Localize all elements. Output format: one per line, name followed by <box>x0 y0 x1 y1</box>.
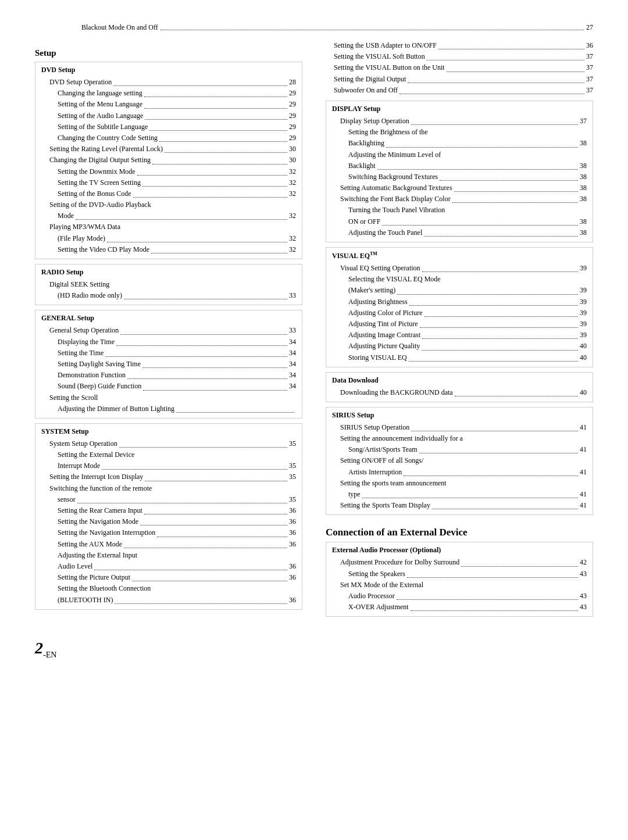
dvd-entry-16: Setting the Video CD Play Mode 32 <box>41 244 296 255</box>
top-entry: Blackout Mode On and Off 27 <box>35 23 593 32</box>
radio-entry-1: Digital SEEK Setting <box>41 279 296 290</box>
sir-entry-8: Setting the Sports Team Display 41 <box>332 500 587 511</box>
sys-entry-12: Audio Level 36 <box>41 561 296 572</box>
setup-title: Setup <box>35 48 302 58</box>
sir-entry-7: type 41 <box>332 489 587 500</box>
system-setup-title: SYSTEM Setup <box>41 427 296 436</box>
rt-entry-4: Setting the Digital Output 37 <box>326 74 593 85</box>
gen-entry-5: Demonstration Function 34 <box>41 370 296 381</box>
gen-entry-3: Setting the Time 34 <box>41 348 296 359</box>
veq-entry-4: Adjusting Brightness 39 <box>332 296 587 308</box>
sys-entry-2: Setting the External Device <box>41 449 296 460</box>
page-number: 2-EN <box>35 639 593 660</box>
sir-entry-5: Artists Interruption 41 <box>332 467 587 478</box>
dvd-entry-6: Changing the Country Code Setting 29 <box>41 133 296 144</box>
disp-entry-7: Setting Automatic Background Textures 38 <box>332 183 587 194</box>
visual-eq-section: VISUAL EQTM Visual EQ Setting Operation … <box>326 247 593 367</box>
sys-entry-3: Interrupt Mode 35 <box>41 460 296 471</box>
dvd-entry-11: Setting of the Bonus Code 32 <box>41 188 296 199</box>
dvd-entry-1: DVD Setup Operation 28 <box>41 77 296 88</box>
veq-entry-1: Visual EQ Setting Operation 39 <box>332 263 587 274</box>
dvd-entry-8: Changing the Digital Output Setting 30 <box>41 155 296 166</box>
veq-entry-2: Selecting the VISUAL EQ Mode <box>332 274 587 285</box>
rt-entry-3: Setting the VISUAL Button on the Unit 37 <box>326 62 593 73</box>
disp-entry-2: Setting the Brightness of the <box>332 127 587 138</box>
disp-entry-6: Switching Background Textures 38 <box>332 171 587 183</box>
gen-entry-8: Adjusting the Dimmer of Button Lighting <box>41 403 296 414</box>
general-setup-title: GENERAL Setup <box>41 314 296 323</box>
sys-entry-9: Setting the Navigation Interruption 36 <box>41 527 296 538</box>
system-setup-section: SYSTEM Setup System Setup Operation 35 S… <box>35 423 302 610</box>
disp-entry-8: Switching the Font Back Display Color 38 <box>332 194 587 205</box>
top-entry-text: Blackout Mode On and Off <box>81 23 158 32</box>
rt-entry-1: Setting the USB Adapter to ON/OFF 36 <box>326 40 593 51</box>
dvd-entry-13: Mode 32 <box>41 210 296 221</box>
sys-entry-1: System Setup Operation 35 <box>41 438 296 449</box>
toc-page: 28 <box>289 77 296 88</box>
right-column: Setting the USB Adapter to ON/OFF 36 Set… <box>326 40 593 621</box>
veq-entry-3: (Maker's setting) 39 <box>332 285 587 296</box>
dvd-entry-5: Setting of the Subtitle Language 29 <box>41 121 296 133</box>
general-setup-section: GENERAL Setup General Setup Operation 33… <box>35 310 302 419</box>
ext-entry-3: Set MX Mode of the External <box>332 580 587 591</box>
data-download-section: Data Download Downloading the BACKGROUND… <box>326 372 593 402</box>
ext-entry-1: Adjustment Procedure for Dolby Surround … <box>332 557 587 568</box>
rt-entry-5: Subwoofer On and Off 37 <box>326 85 593 96</box>
sys-entry-13: Setting the Picture Output 36 <box>41 572 296 583</box>
gen-entry-7: Setting the Scroll <box>41 392 296 403</box>
sir-entry-1: SIRIUS Setup Operation 41 <box>332 422 587 433</box>
veq-entry-8: Adjusting Picture Quality 40 <box>332 341 587 352</box>
dvd-entry-10: Setting the TV Screen Setting 32 <box>41 177 296 188</box>
sys-entry-10: Setting the AUX Mode 36 <box>41 539 296 550</box>
display-setup-section: DISPLAY Setup Display Setup Operation 37… <box>326 101 593 242</box>
dvd-entry-3: Setting of the Menu Language 29 <box>41 99 296 110</box>
disp-entry-9: Turning the Touch Panel Vibration <box>332 205 587 216</box>
external-audio-section: External Audio Processor (Optional) Adju… <box>326 542 593 617</box>
sys-entry-7: Setting the Rear Camera Input 36 <box>41 505 296 516</box>
radio-setup-section: RADIO Setup Digital SEEK Setting (HD Rad… <box>35 264 302 305</box>
dvd-entry-4: Setting of the Audio Language 29 <box>41 110 296 121</box>
sys-entry-8: Setting the Navigation Mode 36 <box>41 516 296 527</box>
sys-entry-4: Setting the Interrupt Icon Display 35 <box>41 471 296 482</box>
radio-entry-2: (HD Radio mode only) 33 <box>41 290 296 301</box>
data-download-title: Data Download <box>332 376 587 385</box>
veq-entry-9: Storing VISUAL EQ 40 <box>332 352 587 363</box>
gen-entry-1: General Setup Operation 33 <box>41 325 296 336</box>
display-setup-title: DISPLAY Setup <box>332 105 587 113</box>
sirius-setup-section: SIRIUS Setup SIRIUS Setup Operation 41 S… <box>326 407 593 516</box>
dvd-entry-9: Setting the Downmix Mode 32 <box>41 166 296 177</box>
connection-title: Connection of an External Device <box>326 527 593 538</box>
top-entry-page: 27 <box>586 23 593 32</box>
dvd-entry-7: Setting the Rating Level (Parental Lock)… <box>41 144 296 155</box>
gen-entry-4: Setting Daylight Saving Time 34 <box>41 359 296 370</box>
disp-entry-1: Display Setup Operation 37 <box>332 116 587 127</box>
disp-entry-5: Backlight 38 <box>332 160 587 171</box>
gen-entry-6: Sound (Beep) Guide Function 34 <box>41 381 296 392</box>
dvd-entry-2: Changing the language setting 29 <box>41 88 296 99</box>
sir-entry-2: Setting the announcement individually fo… <box>332 433 587 444</box>
left-column: Setup DVD Setup DVD Setup Operation 28 C… <box>35 40 302 621</box>
ext-entry-5: X-OVER Adjustment 43 <box>332 602 587 613</box>
rt-entry-2: Setting the VISUAL Soft Button 37 <box>326 51 593 62</box>
radio-setup-title: RADIO Setup <box>41 268 296 277</box>
sys-entry-14: Setting the Bluetooth Connection <box>41 583 296 594</box>
veq-entry-7: Adjusting Image Contrast 39 <box>332 330 587 341</box>
dvd-entry-12: Setting of the DVD-Audio Playback <box>41 199 296 210</box>
dvd-entry-14: Playing MP3/WMA Data <box>41 221 296 233</box>
ext-entry-4: Audio Processor 43 <box>332 591 587 602</box>
right-top-entries: Setting the USB Adapter to ON/OFF 36 Set… <box>326 40 593 96</box>
sys-entry-6: sensor 35 <box>41 494 296 505</box>
sir-entry-3: Song/Artist/Sports Team 41 <box>332 444 587 455</box>
veq-entry-6: Adjusting Tint of Picture 39 <box>332 319 587 330</box>
sir-entry-6: Setting the sports team announcement <box>332 478 587 489</box>
dvd-setup-title: DVD Setup <box>41 66 296 74</box>
sys-entry-5: Switching the function of the remote <box>41 483 296 494</box>
veq-entry-5: Adjusting Color of Picture 39 <box>332 308 587 319</box>
gen-entry-2: Displaying the Time 34 <box>41 337 296 348</box>
ext-entry-2: Setting the Speakers 43 <box>332 569 587 580</box>
external-audio-title: External Audio Processor (Optional) <box>332 546 587 555</box>
disp-entry-4: Adjusting the Minimum Level of <box>332 149 587 160</box>
disp-entry-3: Backlighting 38 <box>332 138 587 149</box>
disp-entry-11: Adjusting the Touch Panel 38 <box>332 227 587 238</box>
sirius-setup-title: SIRIUS Setup <box>332 411 587 420</box>
